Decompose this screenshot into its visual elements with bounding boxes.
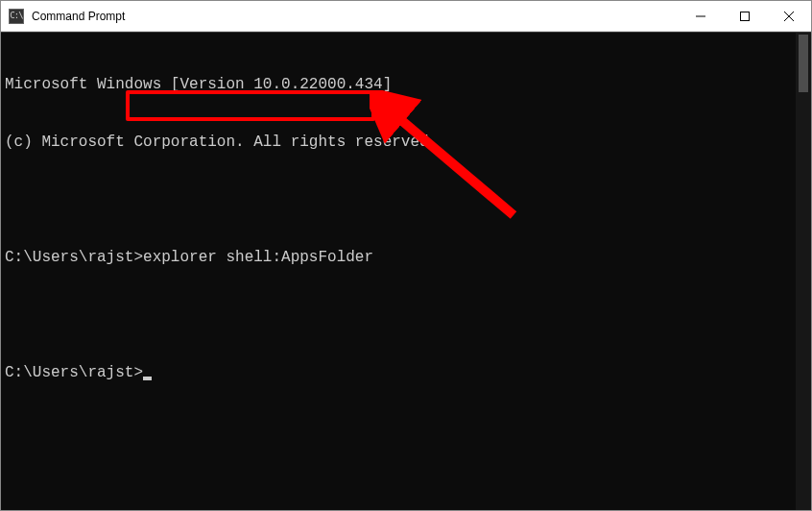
banner-line: (c) Microsoft Corporation. All rights re… — [5, 133, 792, 152]
terminal[interactable]: Microsoft Windows [Version 10.0.22000.43… — [1, 33, 796, 510]
text-cursor — [143, 377, 152, 380]
blank-line — [5, 305, 792, 325]
prompt-line: C:\Users\rajst> — [5, 363, 792, 382]
prompt-path: C:\Users\rajst> — [5, 363, 143, 382]
close-icon — [783, 11, 795, 22]
entered-command: explorer shell:AppsFolder — [143, 248, 373, 267]
maximize-button[interactable] — [723, 1, 767, 32]
svg-rect-1 — [741, 12, 750, 20]
cmd-icon: C:\ — [9, 9, 24, 24]
prompt-line: C:\Users\rajst>explorer shell:AppsFolder — [5, 248, 792, 267]
annotation-highlight-box — [126, 90, 375, 121]
vertical-scrollbar[interactable] — [796, 33, 811, 510]
terminal-container: Microsoft Windows [Version 10.0.22000.43… — [1, 32, 811, 510]
blank-line — [5, 190, 792, 209]
minimize-icon — [696, 12, 705, 21]
maximize-icon — [740, 12, 750, 21]
annotation-arrow-icon — [370, 90, 542, 234]
command-prompt-window: C:\ Command Prompt Microsoft Windows [Ve… — [0, 0, 812, 511]
window-title: Command Prompt — [32, 10, 125, 23]
scrollbar-thumb[interactable] — [799, 35, 808, 92]
banner-line: Microsoft Windows [Version 10.0.22000.43… — [5, 75, 792, 94]
prompt-path: C:\Users\rajst> — [5, 248, 143, 267]
window-controls — [679, 1, 811, 32]
minimize-button[interactable] — [679, 1, 723, 32]
close-button[interactable] — [767, 1, 811, 32]
titlebar[interactable]: C:\ Command Prompt — [1, 1, 811, 32]
